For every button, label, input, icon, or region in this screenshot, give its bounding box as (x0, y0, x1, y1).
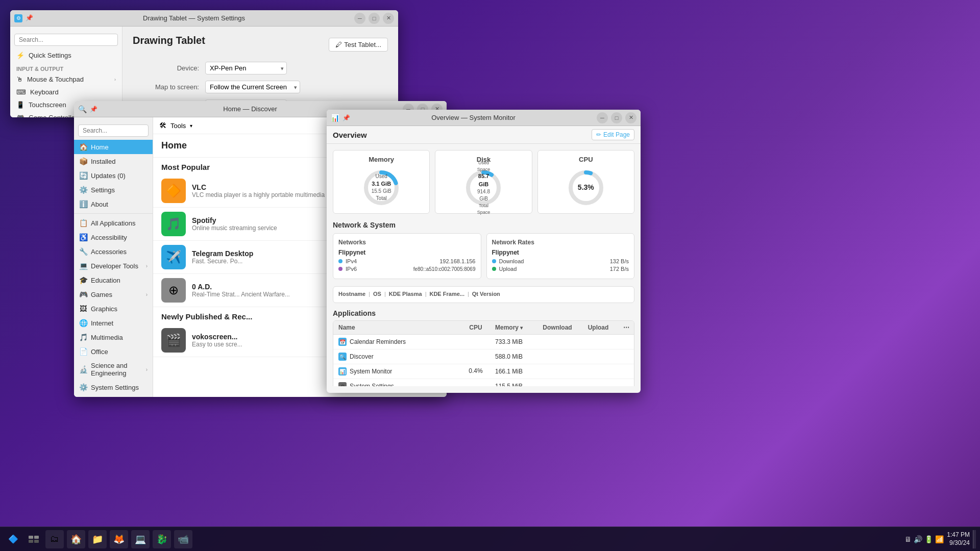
calendar-cpu (460, 335, 491, 349)
discover-nav-office[interactable]: 📄 Office (74, 344, 153, 359)
taskbar: 🔷 🗂 🏠 📁 🦊 💻 🐉 📹 🖥 🔊 🔋 📶 1:47 PM 9/30/24 (0, 527, 980, 551)
discover-cpu (460, 349, 491, 364)
taskbar-pager-btn[interactable] (24, 530, 43, 548)
download-rate-row: Download 132 B/s (492, 258, 629, 264)
taskbar-app-terminal[interactable]: 💻 (131, 530, 150, 548)
settings-nav-icon: ⚙️ (79, 186, 87, 194)
discover-nav-accessories[interactable]: 🔧 Accessories (74, 244, 153, 259)
network-rates-card: Network Rates Flippynet Download 132 B/s… (486, 233, 635, 279)
discover-nav-settings[interactable]: ⚙️ Settings (74, 183, 153, 197)
col-header-more[interactable]: ⋯ (619, 321, 634, 334)
all-apps-icon: 📋 (79, 219, 87, 227)
rates-name: Flippynet (492, 249, 629, 256)
edit-icon: ✏ (596, 131, 601, 138)
discover-nav-science[interactable]: 🔬 Science and Engineering › (74, 359, 153, 380)
accessibility-icon: ♿ (79, 233, 87, 241)
memory-sort-icon: ▾ (520, 325, 523, 331)
settings-page-title: Drawing Tablet (133, 35, 205, 46)
tray-network-icon[interactable]: 📶 (935, 535, 944, 543)
test-tablet-button[interactable]: 🖊 Test Tablet... (329, 38, 388, 52)
sysmon-ul (578, 364, 619, 379)
col-header-name: Name (333, 321, 460, 334)
discover-nav-home[interactable]: 🏠 Home (74, 140, 153, 154)
discover-nav-education[interactable]: 🎓 Education (74, 273, 153, 287)
svg-rect-6 (29, 536, 33, 539)
taskbar-app-firefox[interactable]: 🦊 (110, 530, 128, 548)
download-value: 132 B/s (610, 258, 629, 264)
discover-nav-installed[interactable]: 📦 Installed (74, 154, 153, 168)
col-header-memory[interactable]: Memory ▾ (491, 321, 537, 334)
tray-icon-1[interactable]: 🖥 (904, 535, 912, 543)
discover-dl (537, 349, 578, 364)
discover-sidebar: 🏠 Home 📦 Installed 🔄 Updates (0) ⚙️ Sett… (74, 117, 153, 397)
about-icon: ℹ️ (79, 200, 87, 208)
settings-maximize-btn[interactable]: □ (369, 13, 380, 24)
discover-nav-updates[interactable]: 🔄 Updates (0) (74, 168, 153, 183)
kde-frame-label: KDE Frame... (429, 291, 464, 297)
discover-nav-graphics[interactable]: 🖼 Graphics (74, 302, 153, 316)
taskbar-start-btn[interactable]: 🔷 (4, 530, 22, 548)
discover-nav-internet[interactable]: 🌐 Internet (74, 316, 153, 330)
tray-audio-icon[interactable]: 🔊 (914, 535, 922, 543)
tray-battery-icon[interactable]: 🔋 (924, 535, 933, 543)
updates-icon: 🔄 (79, 171, 87, 180)
syssettings-cpu (460, 379, 491, 386)
home-icon: 🏠 (79, 143, 87, 151)
disk-card: Disk Used Space 85.7 GiB 914.8 GiB Total… (435, 150, 532, 214)
settings-nav-mouse[interactable]: 🖱 Mouse & Touchpad › (10, 73, 122, 86)
settings-nav-quick-settings[interactable]: ⚡ Quick Settings (10, 49, 122, 62)
ipv4-dot (338, 259, 342, 263)
discover-nav-accessibility[interactable]: ♿ Accessibility (74, 230, 153, 244)
taskbar-app-dragon[interactable]: 🐉 (153, 530, 171, 548)
taskbar-app-video[interactable]: 📹 (174, 530, 192, 548)
settings-close-btn[interactable]: ✕ (383, 13, 394, 24)
table-row[interactable]: 📊 System Monitor 0.4% 166.1 MiB (333, 364, 634, 379)
touchscreen-icon: 📱 (16, 101, 24, 109)
discover-nav-system[interactable]: ⚙️ System Settings (74, 380, 153, 394)
taskbar-clock[interactable]: 1:47 PM 9/30/24 (947, 531, 970, 547)
discover-nav-games[interactable]: 🎮 Games › (74, 287, 153, 302)
monitor-close-btn[interactable]: ✕ (625, 112, 636, 123)
monitor-minimize-btn[interactable]: ─ (597, 112, 608, 123)
cpu-donut: 5.3% (566, 167, 606, 208)
memory-used-label: Used (372, 173, 391, 180)
taskbar-app-discover[interactable]: 🏠 (67, 530, 85, 548)
monitor-pin-icon[interactable]: 📌 (342, 114, 350, 121)
monitor-maximize-btn[interactable]: □ (611, 112, 622, 123)
settings-pin-icon[interactable]: 📌 (26, 14, 34, 22)
date-display: 9/30/24 (947, 539, 970, 547)
settings-search-input[interactable] (14, 34, 118, 46)
monitor-content-header: Overview ✏ Edit Page (327, 126, 641, 144)
table-row[interactable]: ⚙ System Settings 115.5 MiB (333, 379, 634, 386)
show-desktop-btn[interactable] (973, 530, 976, 548)
disk-total-label: Total Space (473, 203, 494, 215)
taskbar-app-files[interactable]: 📁 (88, 530, 107, 548)
discover-nav-addons[interactable]: 🔌 Application Addons › (74, 394, 153, 397)
discover-search-input[interactable] (78, 124, 149, 137)
discover-nav-about[interactable]: ℹ️ About (74, 197, 153, 211)
installed-icon: 📦 (79, 157, 87, 165)
office-icon: 📄 (79, 347, 87, 356)
table-row[interactable]: 🔍 Discover 588.0 MiB (333, 349, 634, 364)
device-select[interactable]: XP-Pen Pen (205, 62, 287, 74)
tools-chevron: ▾ (190, 123, 192, 129)
ipv6-row: IPv6 fe80::a510:c002:7005:8069 (338, 266, 476, 272)
network-grid: Networks Flippynet IPv4 192.168.1.156 IP… (333, 233, 634, 279)
map-select[interactable]: Follow the Current Screen (205, 81, 300, 93)
apps-section-title: Applications (333, 309, 634, 317)
games-icon: 🎮 (79, 290, 87, 298)
discover-nav-developer[interactable]: 💻 Developer Tools › (74, 259, 153, 273)
discover-nav-multimedia[interactable]: 🎵 Multimedia (74, 330, 153, 344)
cpu-donut-text: 5.3% (578, 183, 594, 193)
ipv6-dot (338, 267, 342, 271)
settings-minimize-btn[interactable]: ─ (354, 13, 365, 24)
taskbar-app-taskmanager[interactable]: 🗂 (45, 530, 64, 548)
apps-table: Name CPU Memory ▾ Download Upload ⋯ 📅 Ca… (333, 320, 634, 386)
edit-page-button[interactable]: ✏ Edit Page (592, 129, 634, 140)
discover-pin-icon[interactable]: 📌 (90, 106, 97, 113)
ipv4-label: IPv4 (346, 258, 357, 264)
table-row[interactable]: 📅 Calendar Reminders 733.3 MiB (333, 335, 634, 349)
settings-nav-keyboard[interactable]: ⌨ Keyboard (10, 86, 122, 98)
discover-nav-all-apps[interactable]: 📋 All Applications (74, 216, 153, 230)
sysmon-mem: 166.1 MiB (491, 364, 537, 379)
